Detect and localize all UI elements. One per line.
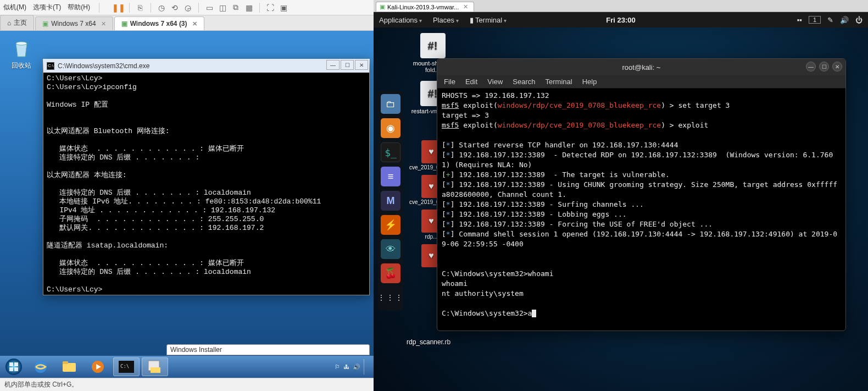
term-prompt: msf5 — [442, 121, 459, 129]
show-desktop-button[interactable] — [364, 359, 369, 375]
taskbar-installer[interactable] — [142, 357, 168, 376]
close-button[interactable]: ✕ — [355, 60, 368, 70]
svg-rect-4 — [63, 361, 68, 364]
volume-icon[interactable]: 🔊 — [840, 16, 849, 24]
tab-label: Kali-Linux-2019.3-vmwar... — [387, 4, 459, 10]
recycle-bin[interactable]: 回收站 — [10, 36, 33, 70]
maximize-button[interactable]: ☐ — [819, 62, 829, 71]
menu-help[interactable]: Help — [582, 78, 597, 86]
kali-terminal-window[interactable]: root@kali: ~ — ☐ ✕ File Edit View Search… — [437, 58, 846, 331]
tab-home-label: 主页 — [14, 18, 27, 27]
view-thumb-icon[interactable]: ▦ — [244, 3, 254, 13]
windows-installer-window[interactable]: Windows Installer — [166, 344, 370, 355]
kali-term-title: root@kali: ~ — [622, 63, 661, 71]
term-line: nt authority\system — [442, 289, 524, 298]
dock-apps-icon[interactable]: ⋮⋮⋮ — [381, 288, 400, 307]
workspace-indicator[interactable]: 1 — [809, 16, 821, 24]
tab-kali[interactable]: ▣Kali-Linux-2019.3-vmwar...✕ — [376, 2, 474, 12]
close-icon[interactable]: ✕ — [463, 3, 468, 10]
tab-win7-2[interactable]: ▣Windows 7 x64 (3)✕ — [114, 16, 204, 30]
term-line: ] 192.168.197.132:3389 - Lobbing eggs ..… — [450, 210, 627, 218]
menu-edit[interactable]: Edit — [465, 78, 477, 86]
kali-term-menubar: File Edit View Search Terminal Help — [437, 75, 845, 89]
menu-vm[interactable]: 似机(M) — [3, 3, 26, 12]
term-prompt: msf5 — [442, 101, 459, 109]
view-unity-icon[interactable]: ⧉ — [231, 3, 241, 13]
menu-applications[interactable]: Applications — [379, 16, 422, 24]
term-line: ] Started reverse TCP handler on 192.168… — [450, 141, 678, 149]
menu-terminal[interactable]: Terminal — [546, 78, 572, 86]
system-tray[interactable]: ⚐ 🖧 🔊 — [335, 359, 371, 375]
menu-help[interactable]: 帮助(H) — [68, 3, 90, 12]
minimize-button[interactable]: — — [326, 60, 340, 70]
term-line: ] 192.168.197.132:3389 - Using CHUNK gro… — [442, 180, 837, 199]
menu-search[interactable]: Search — [513, 78, 535, 86]
dock-cherrytree-icon[interactable]: 🍒 — [381, 263, 400, 283]
vmware-tabbar: ⌂主页 ▣Windows 7 x64✕ ▣Windows 7 x64 (3)✕ — [0, 15, 374, 31]
kali-term-body[interactable]: RHOSTS => 192.168.197.132 msf5 exploit(w… — [437, 89, 845, 331]
term-line: whoami — [442, 279, 468, 288]
dock-metasploit-icon[interactable]: M — [381, 191, 400, 211]
menu-places[interactable]: Places — [433, 16, 459, 24]
close-icon[interactable]: ✕ — [101, 20, 106, 27]
close-icon[interactable]: ✕ — [192, 20, 197, 27]
tray-volume-icon[interactable]: 🔊 — [353, 364, 360, 371]
close-button[interactable]: ✕ — [832, 62, 842, 71]
cmd-titlebar[interactable]: C:\ C:\Windows\system32\cmd.exe — ☐ ✕ — [43, 59, 369, 73]
panel-terminal[interactable]: ▮ Terminal — [470, 16, 507, 24]
power-icon[interactable]: ⏻ — [855, 16, 863, 24]
pause-icon[interactable]: ❚❚ — [114, 3, 124, 13]
tab-win7-1[interactable]: ▣Windows 7 x64✕ — [35, 16, 113, 30]
record-icon[interactable]: ▪▪ — [797, 16, 802, 24]
view-normal-icon[interactable]: ▭ — [204, 3, 214, 13]
vm-icon: ▣ — [121, 20, 127, 27]
tab-home[interactable]: ⌂主页 — [0, 15, 34, 30]
svg-rect-9 — [151, 367, 160, 373]
menu-tabs[interactable]: 选项卡(T) — [33, 3, 61, 12]
taskbar-explorer[interactable] — [56, 357, 82, 376]
cmd-body[interactable]: C:\Users\Lcy> C:\Users\Lcy>ipconfig Wind… — [43, 73, 369, 295]
taskbar-mediaplayer[interactable] — [85, 357, 111, 376]
dock-burp-icon[interactable]: ⚡ — [381, 215, 400, 235]
start-button[interactable] — [2, 357, 25, 376]
menu-view[interactable]: View — [487, 78, 503, 86]
keyboard-icon[interactable]: ✎ — [827, 16, 833, 24]
dock-editor-icon[interactable]: ≡ — [381, 167, 400, 186]
kali-term-titlebar[interactable]: root@kali: ~ — ☐ ✕ — [437, 59, 845, 75]
vm-icon: ▣ — [380, 3, 385, 10]
manage-snap-icon[interactable]: ◶ — [183, 3, 193, 13]
vmware-right-tabbar: ▣Kali-Linux-2019.3-vmwar...✕ — [374, 0, 868, 12]
minimize-button[interactable]: — — [806, 62, 816, 71]
vmware-menubar: 似机(M) 选项卡(T) 帮助(H) ❚❚ ⎘ ◷ ⟲ ◶ ▭ ◫ ⧉ ▦ ⛶ … — [0, 0, 374, 15]
send-cad-icon[interactable]: ⎘ — [135, 3, 145, 13]
fullscreen-icon[interactable]: ⛶ — [265, 3, 275, 13]
dock-wireshark-icon[interactable]: 👁 — [381, 239, 400, 259]
snapshot-icon[interactable]: ◷ — [157, 3, 166, 13]
menu-file[interactable]: File — [444, 78, 455, 86]
maximize-button[interactable]: ☐ — [341, 60, 354, 70]
taskbar-ie[interactable] — [27, 357, 54, 376]
taskbar-cmd[interactable]: C:\ — [113, 357, 140, 376]
tray-network-icon[interactable]: 🖧 — [343, 364, 349, 370]
win7-desktop[interactable]: 回收站 C:\ C:\Windows\system32\cmd.exe — ☐ … — [0, 31, 374, 378]
svg-rect-3 — [63, 363, 76, 372]
script-icon: #! — [420, 33, 446, 58]
term-module: windows/rdp/cve_2019_0708_bluekeep_rce — [498, 101, 661, 109]
dock-terminal-icon[interactable]: $_ — [381, 142, 400, 162]
panel-clock[interactable]: Fri 23:00 — [606, 16, 635, 24]
cmd-icon: C:\ — [47, 62, 54, 70]
kali-top-panel: Applications Places ▮ Terminal Fri 23:00… — [374, 12, 868, 27]
view-split-icon[interactable]: ◫ — [218, 3, 227, 13]
term-module: windows/rdp/cve_2019_0708_bluekeep_rce — [498, 121, 661, 129]
dock-files-icon[interactable]: 🗀 — [381, 94, 400, 114]
tray-flag-icon[interactable]: ⚐ — [335, 364, 340, 371]
console-icon[interactable]: ▣ — [279, 3, 288, 13]
desktop-label-scanner[interactable]: rdp_scanner.rb — [407, 338, 450, 346]
statusbar-text: 机内部单击或按 Ctrl+G。 — [4, 381, 78, 388]
revert-icon[interactable]: ⟲ — [170, 3, 180, 13]
kali-pane: ▣Kali-Linux-2019.3-vmwar...✕ Application… — [374, 0, 868, 391]
vmware-left-pane: 似机(M) 选项卡(T) 帮助(H) ❚❚ ⎘ ◷ ⟲ ◶ ▭ ◫ ⧉ ▦ ⛶ … — [0, 0, 374, 391]
dock-firefox-icon[interactable]: ◉ — [381, 118, 400, 138]
cmd-window[interactable]: C:\ C:\Windows\system32\cmd.exe — ☐ ✕ C:… — [43, 59, 370, 295]
term-line: ] 192.168.197.132:3389 - Surfing channel… — [450, 200, 644, 208]
